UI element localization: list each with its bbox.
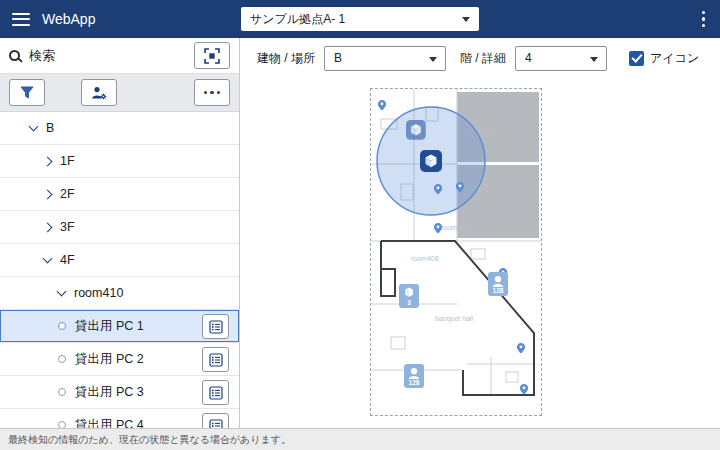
tree-item-label: 貸出用 PC 2: [75, 351, 144, 368]
app-title: WebApp: [42, 11, 95, 27]
asset-badge-box[interactable]: 3: [399, 284, 419, 308]
detail-list-icon: [209, 353, 223, 367]
chevron-right-icon: [43, 156, 53, 166]
tree-item-label: 貸出用 PC 3: [75, 384, 144, 401]
floor-select-value: 4: [525, 51, 532, 65]
tree-item-pc2[interactable]: 貸出用 PC 2: [0, 343, 239, 376]
pin-icon[interactable]: [434, 223, 442, 233]
app-root: WebApp サンプル拠点A- 1 検索: [0, 0, 720, 450]
main-content: 建物 / 場所 B 階 / 詳細 4 アイコン: [241, 38, 720, 428]
tree-item-label: B: [46, 121, 54, 135]
statusbar: 最終検知の情報のため、現在の状態と異なる場合があります。: [0, 428, 720, 450]
chevron-down-icon: [590, 57, 598, 62]
tree-item-room410[interactable]: room410: [0, 277, 239, 310]
chevron-right-icon: [43, 189, 53, 199]
map-toolbar: 建物 / 場所 B 階 / 詳細 4 アイコン: [241, 38, 720, 78]
tree-item-label: 貸出用 PC 4: [75, 417, 144, 429]
device-detail-button[interactable]: [202, 413, 229, 428]
sidebar: 検索: [0, 38, 240, 428]
device-detail-button[interactable]: [202, 314, 229, 339]
device-bullet-icon: [58, 355, 66, 363]
tree-item-4f[interactable]: 4F: [0, 244, 239, 277]
device-bullet-icon: [58, 388, 66, 396]
tree-item-label: 1F: [60, 154, 75, 168]
site-select-value: サンプル拠点A- 1: [250, 11, 345, 28]
chevron-down-icon: [43, 254, 53, 264]
search-label[interactable]: 検索: [29, 47, 55, 65]
tree-item-label: 2F: [60, 187, 75, 201]
tree-item-label: 3F: [60, 220, 75, 234]
icon-toggle-label: アイコン: [650, 50, 699, 67]
funnel-icon: [20, 86, 34, 99]
detail-list-icon: [209, 386, 223, 400]
building-select-value: B: [334, 51, 342, 65]
detail-list-icon: [209, 419, 223, 429]
tree-item-pc3[interactable]: 貸出用 PC 3: [0, 376, 239, 409]
asset-badge-person[interactable]: 128: [404, 364, 424, 388]
location-tree: B 1F 2F 3F 4F room410: [0, 112, 239, 428]
tree-item-label: room410: [74, 286, 123, 300]
device-detail-button[interactable]: [202, 380, 229, 405]
filter-row: [0, 74, 239, 112]
status-note: 最終検知の情報のため、現在の状態と異なる場合があります。: [8, 433, 291, 447]
asset-badge-person[interactable]: 128: [488, 272, 508, 296]
badge-count: 3: [407, 299, 411, 306]
topbar: WebApp サンプル拠点A- 1: [0, 0, 720, 38]
tree-item-building-b[interactable]: B: [0, 112, 239, 145]
filter-button[interactable]: [9, 79, 45, 106]
chevron-down-icon: [29, 122, 39, 132]
building-select[interactable]: B: [324, 46, 446, 71]
search-icon: [9, 50, 20, 61]
tree-item-1f[interactable]: 1F: [0, 145, 239, 178]
site-select[interactable]: サンプル拠点A- 1: [241, 7, 479, 31]
building-label: 建物 / 場所: [257, 50, 315, 67]
kebab-menu-icon[interactable]: [699, 8, 709, 31]
floor-map[interactable]: room410 room413 room414 room408 banquet …: [370, 88, 542, 416]
room-label: room414: [441, 224, 469, 231]
detail-list-icon: [209, 320, 223, 334]
cube-asset-icon-selected[interactable]: [420, 150, 442, 172]
room-label: banquet hall: [435, 315, 474, 323]
ellipsis-icon: [204, 91, 221, 95]
badge-count: 128: [409, 379, 420, 386]
device-bullet-icon: [58, 421, 66, 428]
checkbox-checked-icon[interactable]: [629, 51, 644, 66]
chevron-down-icon: [462, 17, 470, 22]
scan-icon: [204, 48, 220, 64]
tree-item-2f[interactable]: 2F: [0, 178, 239, 211]
chevron-right-icon: [43, 222, 53, 232]
floor-select[interactable]: 4: [515, 46, 607, 71]
pin-icon[interactable]: [517, 343, 525, 353]
more-options-button[interactable]: [194, 79, 230, 106]
search-row: 検索: [0, 38, 239, 74]
floor-label: 階 / 詳細: [460, 50, 506, 67]
icon-toggle[interactable]: アイコン: [629, 50, 699, 67]
device-detail-button[interactable]: [202, 347, 229, 372]
tree-item-3f[interactable]: 3F: [0, 211, 239, 244]
pin-icon[interactable]: [520, 384, 528, 394]
user-settings-button[interactable]: [81, 79, 117, 106]
hamburger-menu-icon[interactable]: [12, 13, 30, 26]
tree-item-pc4[interactable]: 貸出用 PC 4: [0, 409, 239, 428]
device-bullet-icon: [58, 322, 66, 330]
badge-count: 128: [493, 287, 504, 294]
tree-item-pc1[interactable]: 貸出用 PC 1: [0, 310, 239, 343]
chevron-down-icon: [429, 57, 437, 62]
pin-icon[interactable]: [378, 100, 386, 110]
tree-item-label: 貸出用 PC 1: [75, 318, 144, 335]
map-scan-button[interactable]: [194, 42, 230, 69]
user-gear-icon: [91, 86, 107, 100]
tree-item-label: 4F: [60, 253, 75, 267]
room-label: room408: [411, 255, 439, 262]
chevron-down-icon: [57, 287, 67, 297]
cube-asset-icon-faint[interactable]: [406, 120, 426, 140]
